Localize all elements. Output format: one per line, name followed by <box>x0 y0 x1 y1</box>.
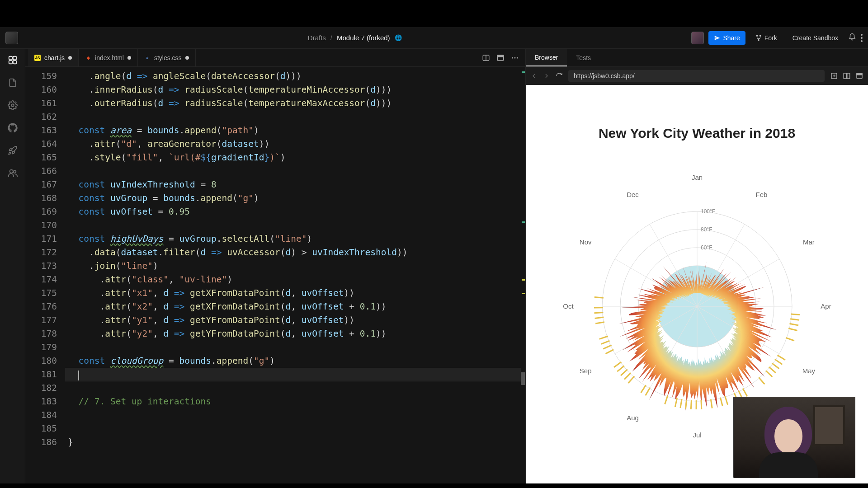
html-file-icon: ◆ <box>85 55 91 61</box>
svg-line-84 <box>614 362 621 367</box>
preview-tabs: Browser Tests <box>526 49 868 67</box>
svg-line-58 <box>786 338 794 341</box>
svg-line-91 <box>594 312 603 313</box>
code-editor[interactable]: 1591601611621631641651661671681691701711… <box>25 67 525 483</box>
svg-rect-18 <box>844 73 846 79</box>
svg-line-73 <box>691 400 691 409</box>
svg-line-78 <box>645 388 650 395</box>
svg-line-76 <box>675 398 677 407</box>
editor-actions <box>482 49 523 66</box>
svg-rect-6 <box>13 61 16 64</box>
svg-point-7 <box>11 104 14 107</box>
header-actions: Share Fork Create Sandbox <box>691 31 863 45</box>
unsaved-dot-icon <box>127 56 131 60</box>
svg-line-70 <box>711 399 712 408</box>
svg-text:Dec: Dec <box>627 191 639 198</box>
gear-icon[interactable] <box>8 100 18 110</box>
file-tabs: JS chart.js ◆ index.html # styles.css <box>25 49 525 67</box>
tab-index-html[interactable]: ◆ index.html <box>79 49 138 66</box>
svg-point-1 <box>760 35 760 36</box>
code-content[interactable]: .angle(d => angleScale(dateAccessor(d)))… <box>65 67 521 483</box>
tab-label: chart.js <box>44 54 65 61</box>
share-icon <box>714 35 720 41</box>
tab-chart-js[interactable]: JS chart.js <box>28 49 79 66</box>
share-button[interactable]: Share <box>708 31 745 45</box>
logo[interactable] <box>5 32 18 44</box>
file-icon[interactable] <box>8 78 18 88</box>
share-label: Share <box>723 34 740 42</box>
svg-line-77 <box>665 396 667 404</box>
avatar[interactable] <box>691 32 704 44</box>
svg-line-74 <box>685 400 686 409</box>
preview-column: Browser Tests New York City Weather in 2… <box>525 49 868 483</box>
svg-line-85 <box>605 350 613 354</box>
reload-icon[interactable] <box>556 72 563 80</box>
activity-bar <box>0 49 25 483</box>
svg-line-57 <box>788 328 797 331</box>
tab-label: index.html <box>95 54 124 61</box>
svg-text:Sep: Sep <box>579 367 591 375</box>
more-icon[interactable] <box>511 54 519 62</box>
team-icon[interactable] <box>8 168 18 178</box>
tab-browser[interactable]: Browser <box>526 49 567 66</box>
fork-button[interactable]: Fork <box>750 31 783 45</box>
js-file-icon: JS <box>34 55 41 61</box>
svg-text:Aug: Aug <box>627 414 639 422</box>
webcam-overlay <box>733 397 855 478</box>
split-editor-icon[interactable] <box>482 54 490 62</box>
svg-point-8 <box>9 170 13 173</box>
svg-text:May: May <box>802 367 815 375</box>
svg-point-15 <box>514 57 516 58</box>
svg-line-80 <box>628 376 634 383</box>
add-to-icon[interactable] <box>830 72 838 80</box>
svg-rect-5 <box>9 61 12 64</box>
rocket-icon[interactable] <box>8 145 18 155</box>
menu-icon[interactable] <box>861 34 863 42</box>
svg-rect-4 <box>13 56 16 60</box>
breadcrumb: Drafts / Module 7 (forked) 🌐 <box>24 34 686 42</box>
svg-line-68 <box>725 396 727 405</box>
layout-icon[interactable] <box>843 72 851 80</box>
svg-text:Oct: Oct <box>563 302 574 310</box>
svg-line-86 <box>603 345 611 349</box>
create-sandbox-button[interactable]: Create Sandbox <box>787 31 844 45</box>
svg-line-65 <box>743 389 747 396</box>
tab-tests[interactable]: Tests <box>567 49 600 66</box>
css-file-icon: # <box>144 55 151 61</box>
svg-line-87 <box>601 341 609 344</box>
svg-line-54 <box>791 314 800 315</box>
breadcrumb-drafts[interactable]: Drafts <box>308 34 326 42</box>
explorer-icon[interactable] <box>8 55 18 65</box>
chart-title: New York City Weather in 2018 <box>526 126 868 141</box>
overview-ruler <box>521 67 525 483</box>
unsaved-dot-icon <box>185 56 189 60</box>
back-icon[interactable] <box>530 72 538 80</box>
svg-line-93 <box>594 297 603 298</box>
page-title[interactable]: Module 7 (forked) <box>337 34 390 42</box>
svg-point-9 <box>13 171 16 174</box>
svg-line-81 <box>624 373 631 379</box>
github-icon[interactable] <box>8 123 18 133</box>
tab-styles-css[interactable]: # styles.css <box>138 49 196 66</box>
url-input[interactable] <box>568 70 825 82</box>
svg-point-14 <box>512 57 513 58</box>
forward-icon[interactable] <box>543 72 550 80</box>
svg-line-71 <box>701 400 701 409</box>
breadcrumb-sep: / <box>330 34 332 42</box>
svg-line-90 <box>594 317 604 318</box>
unsaved-dot-icon <box>68 56 72 60</box>
svg-line-55 <box>790 319 799 320</box>
svg-line-62 <box>769 367 775 373</box>
app-window: Drafts / Module 7 (forked) 🌐 Share Fork … <box>0 27 868 483</box>
open-window-icon[interactable] <box>855 72 863 80</box>
preview-viewport: New York City Weather in 2018 60°F80°F10… <box>526 85 868 483</box>
url-bar <box>526 67 868 85</box>
svg-point-16 <box>517 57 518 58</box>
svg-line-64 <box>759 377 764 384</box>
bell-icon[interactable] <box>848 33 856 43</box>
globe-icon: 🌐 <box>395 34 402 41</box>
header: Drafts / Module 7 (forked) 🌐 Share Fork … <box>0 27 868 49</box>
svg-text:Jan: Jan <box>691 174 702 181</box>
svg-line-63 <box>765 371 772 377</box>
maximize-icon[interactable] <box>496 54 505 62</box>
